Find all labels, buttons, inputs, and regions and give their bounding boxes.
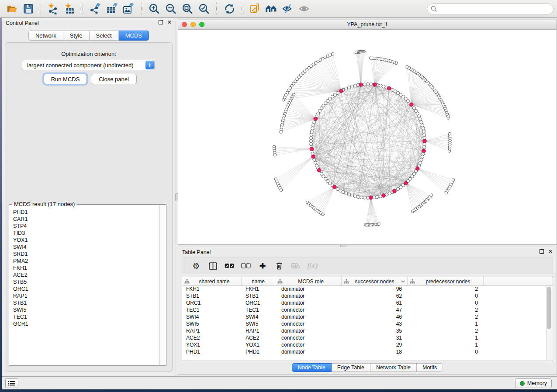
control-panel-title: Control Panel	[6, 20, 39, 26]
zoom-fit-icon[interactable]	[180, 2, 194, 16]
tab-mcds[interactable]: MCDS	[119, 31, 149, 41]
mcds-result-item[interactable]: SWI4	[13, 244, 159, 251]
table-panel-title: Table Panel	[182, 249, 211, 255]
network-canvas[interactable]	[178, 29, 557, 244]
table-row[interactable]: STB1STB1dominator620	[182, 292, 547, 299]
cell-shared-name: RAP1	[182, 327, 242, 334]
show-columns-icon[interactable]	[204, 259, 221, 272]
close-panel-icon[interactable]: ✕	[548, 249, 553, 254]
refresh-layout-icon[interactable]	[222, 2, 236, 16]
column-menu-chevron-icon[interactable]	[401, 280, 405, 283]
task-history-list-icon[interactable]	[5, 378, 18, 388]
cell-predecessor-nodes: 2	[408, 327, 484, 334]
hide-selection-icon[interactable]	[281, 2, 295, 16]
export-table-icon[interactable]	[105, 2, 119, 16]
mcds-result-item[interactable]: TEC1	[13, 313, 159, 320]
mcds-result-item[interactable]: STB5	[13, 279, 159, 285]
column-header-mcds-role[interactable]: MCDS role	[275, 277, 342, 285]
delete-table-disabled-icon	[287, 259, 304, 272]
table-row[interactable]: ACE2ACE2connector311	[182, 334, 547, 341]
node-table-header: shared namenameMCDS rolesuccessor nodesp…	[182, 277, 553, 286]
export-network-icon[interactable]	[89, 2, 103, 16]
cell-mcds-role: connector	[275, 334, 342, 341]
close-window-icon[interactable]	[182, 22, 187, 27]
cell-name: ORC1	[242, 299, 275, 306]
mcds-result-item[interactable]: TID3	[13, 230, 159, 237]
float-panel-icon[interactable]	[159, 20, 163, 24]
mcds-result-item[interactable]: FKH1	[13, 265, 159, 272]
tab-edge-table[interactable]: Edge Table	[332, 363, 370, 372]
save-session-icon[interactable]	[21, 2, 35, 16]
zoom-in-icon[interactable]	[147, 2, 161, 16]
select-all-rows-icon[interactable]	[221, 259, 238, 272]
neighborhood-houses-icon[interactable]	[264, 2, 278, 16]
mcds-result-item[interactable]: CAR1	[13, 216, 159, 223]
network-window-title: YPA_prune.txt_1	[178, 20, 557, 29]
cell-mcds-role: connector	[275, 306, 342, 313]
tab-motifs[interactable]: Motifs	[417, 363, 443, 372]
mcds-result-item[interactable]: STB1	[13, 299, 159, 306]
table-row[interactable]: SWI4SWI4dominator462	[182, 313, 547, 320]
mcds-list-scrollbar[interactable]	[159, 205, 166, 365]
tab-node-table[interactable]: Node Table	[292, 363, 332, 372]
optimization-criterion-select[interactable]: largest connected component (undirected)…	[22, 60, 155, 70]
cell-name: RAP1	[242, 327, 275, 334]
cell-name: ACE2	[242, 334, 275, 341]
zoom-out-icon[interactable]	[164, 2, 178, 16]
float-panel-icon[interactable]	[540, 249, 544, 254]
table-row[interactable]: PHD1PHD1dominator180	[182, 348, 547, 355]
deselect-all-rows-icon[interactable]	[238, 259, 254, 272]
column-header-predecessor-nodes[interactable]: predecessor nodes	[408, 277, 484, 285]
table-row[interactable]: YOX1YOX1connector291	[182, 341, 547, 348]
tab-network[interactable]: Network	[28, 31, 63, 41]
import-network-icon[interactable]	[47, 2, 61, 16]
mcds-result-item[interactable]: YOX1	[13, 237, 159, 244]
delete-column-icon[interactable]	[271, 259, 287, 272]
mcds-result-item[interactable]: SRD1	[13, 251, 159, 258]
mcds-result-item[interactable]: STP4	[13, 223, 159, 230]
memory-button[interactable]: Memory	[515, 378, 552, 388]
cell-name: TEC1	[242, 306, 275, 313]
column-header-successor-nodes[interactable]: successor nodes	[342, 277, 408, 285]
cell-successor-nodes: 62	[342, 292, 408, 299]
search-input[interactable]	[427, 3, 554, 14]
mcds-result-item[interactable]: ACE2	[13, 272, 159, 279]
table-scrollbar-thumb[interactable]	[547, 287, 551, 329]
table-row[interactable]: TEC1TEC1connector472	[182, 306, 547, 313]
tab-select[interactable]: Select	[90, 31, 119, 41]
table-scrollbar[interactable]	[546, 286, 552, 360]
zoom-selected-icon[interactable]	[197, 2, 211, 16]
show-hidden-eye-icon[interactable]	[298, 2, 311, 16]
tab-style[interactable]: Style	[63, 31, 90, 41]
mcds-result-item[interactable]: PHD1	[13, 209, 159, 216]
run-mcds-button[interactable]: Run MCDS	[44, 74, 87, 84]
export-image-icon[interactable]	[122, 2, 136, 16]
network-view-window: YPA_prune.txt_1	[178, 20, 557, 245]
maximize-window-icon[interactable]	[199, 22, 204, 27]
minimize-window-icon[interactable]	[190, 22, 196, 27]
tab-network-table[interactable]: Network Table	[370, 363, 417, 372]
column-header-shared-name[interactable]: shared name	[182, 277, 242, 285]
import-table-icon[interactable]	[63, 2, 77, 16]
add-column-icon[interactable]: ✚	[254, 259, 271, 272]
network-window-titlebar[interactable]: YPA_prune.txt_1	[178, 20, 557, 30]
mcds-result-item[interactable]: RAP1	[13, 292, 159, 299]
right-workspace: YPA_prune.txt_1 Table Panel ✕ ⚙ ✚	[176, 18, 557, 376]
close-panel-icon[interactable]: ✕	[167, 20, 172, 24]
column-header-name[interactable]: name	[242, 277, 275, 285]
mcds-result-item[interactable]: GCR1	[13, 320, 159, 327]
table-settings-gear-icon[interactable]: ⚙	[188, 259, 204, 272]
mcds-result-item[interactable]: ORC1	[13, 285, 159, 292]
table-row[interactable]: RAP1RAP1dominator352	[182, 327, 547, 334]
cell-predecessor-nodes: 2	[408, 313, 484, 320]
mcds-result-item[interactable]: SWI5	[13, 306, 159, 313]
node-table: shared namenameMCDS rolesuccessor nodesp…	[182, 277, 553, 361]
open-folder-icon[interactable]	[5, 2, 19, 16]
table-row[interactable]: SWI5SWI5connector431	[182, 320, 547, 327]
table-row[interactable]: FKH1FKH1dominator962	[182, 285, 547, 292]
mcds-result-item[interactable]: PMA2	[13, 258, 159, 265]
memory-status-icon	[520, 381, 525, 386]
table-row[interactable]: ORC1ORC1dominator610	[182, 299, 547, 306]
new-network-from-selection-icon[interactable]	[248, 2, 262, 16]
close-panel-button[interactable]: Close panel	[91, 74, 137, 84]
